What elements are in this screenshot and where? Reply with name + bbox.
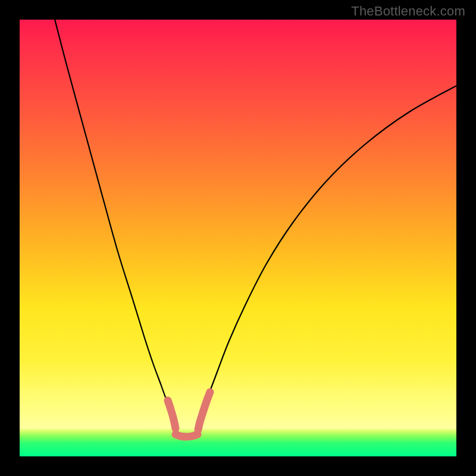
- plot-area: [20, 20, 456, 456]
- marker-pink-bottom: [176, 434, 198, 437]
- curve-left-branch: [52, 20, 175, 427]
- chart-svg: [20, 20, 456, 456]
- watermark-text: TheBottleneck.com: [351, 4, 465, 19]
- marker-pink-left: [168, 400, 176, 428]
- curve-right-branch: [198, 84, 456, 427]
- outer-frame: TheBottleneck.com: [0, 0, 476, 476]
- marker-pink-right: [198, 392, 210, 430]
